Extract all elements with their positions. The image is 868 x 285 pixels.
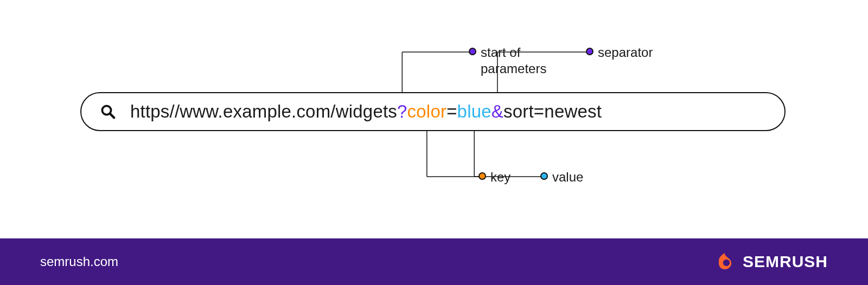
url-seg-base: https//www.example.com/widgets (130, 101, 397, 122)
separator-label: separator (598, 44, 653, 61)
value-label: value (552, 169, 583, 185)
url-seg-qmark: ? (397, 101, 407, 122)
start_of_parameters-dot (469, 48, 476, 55)
footer-domain: semrush.com (40, 254, 118, 269)
url-seg-amp: & (492, 101, 503, 122)
url-seg-val2: newest (544, 101, 602, 122)
url-seg-val1: blue (457, 101, 492, 122)
url-seg-key1: color (407, 101, 447, 122)
value-dot (540, 172, 548, 180)
svg-point-10 (723, 260, 730, 266)
key-label: key (490, 169, 510, 185)
url-seg-eq1: = (446, 101, 457, 122)
footer-bar: semrush.com SEMRUSH (0, 238, 868, 285)
url-text: https//www.example.com/widgets?color=blu… (130, 101, 602, 122)
key-dot (478, 172, 486, 180)
diagram-canvas: https//www.example.com/widgets?color=blu… (0, 0, 868, 238)
url-seg-key2: sort (503, 101, 534, 122)
url-seg-eq2: = (534, 101, 544, 122)
search-icon (100, 103, 116, 120)
svg-line-1 (110, 114, 114, 118)
start_of_parameters-label: start ofparameters (481, 44, 546, 77)
fire-icon (716, 250, 736, 273)
brand: SEMRUSH (716, 250, 828, 273)
brand-text: SEMRUSH (743, 252, 828, 271)
url-bar: https//www.example.com/widgets?color=blu… (80, 92, 786, 131)
separator-dot (586, 48, 593, 55)
